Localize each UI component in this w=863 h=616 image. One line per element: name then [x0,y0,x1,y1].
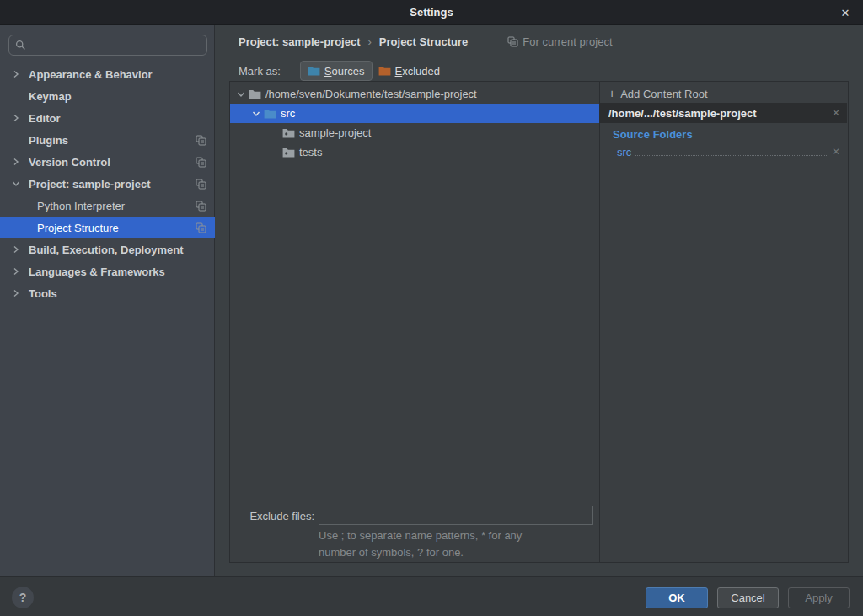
sidebar-item-appearance[interactable]: Appearance & Behavior [0,63,215,85]
current-project-icon [196,201,206,212]
sidebar-item-version-control[interactable]: Version Control [0,151,215,173]
chevron-right-icon [12,267,20,276]
scope-indicator: For current project [507,35,612,48]
current-project-icon [196,222,206,233]
plus-icon: + [608,87,615,100]
current-project-icon [196,179,206,190]
remove-source-folder-icon[interactable]: ✕ [832,146,840,158]
breadcrumb-separator: › [368,35,372,48]
titlebar: Settings ✕ [0,0,863,25]
mark-as-label: Mark as: [239,65,281,78]
remove-content-root-icon[interactable]: ✕ [832,107,840,119]
apply-button[interactable]: Apply [788,587,850,608]
current-project-icon [507,36,518,47]
chevron-down-icon[interactable] [237,90,245,99]
excluded-folder-icon [378,66,391,76]
search-icon [15,40,26,51]
chevron-down-icon [12,179,20,188]
folder-icon [282,128,295,138]
add-content-root-button[interactable]: + Add Content Root [600,84,847,103]
content-root-entry[interactable]: /home/.../test/sample-project ✕ [600,103,847,123]
chevron-right-icon [12,289,20,297]
dotted-leader [635,155,828,156]
help-button[interactable]: ? [12,587,34,608]
source-folder-name: src [617,146,631,158]
directory-tree-panel: /home/sven/Dokumente/test/sample-project… [229,81,600,563]
sidebar-item-project-structure[interactable]: Project Structure [0,217,215,238]
search-input[interactable] [8,35,207,56]
tree-row-tests[interactable]: tests [230,142,599,162]
close-icon[interactable]: ✕ [834,0,856,25]
chevron-right-icon [12,245,20,254]
sidebar-item-keymap[interactable]: Keymap [0,85,215,107]
sidebar-item-languages-frameworks[interactable]: Languages & Frameworks [0,260,215,282]
source-folder-icon [264,109,276,119]
current-project-icon [196,157,206,168]
exclude-files-label: Exclude files: [230,510,314,522]
tree-row-src[interactable]: src [230,104,599,123]
sidebar-item-build-execution[interactable]: Build, Execution, Deployment [0,238,215,260]
folder-icon [282,147,295,158]
current-project-icon [196,135,206,146]
chevron-right-icon [12,158,20,166]
sources-folder-icon [308,66,320,76]
sidebar-item-python-interpreter[interactable]: Python Interpreter [0,195,215,217]
source-folder-entry[interactable]: src ✕ [600,142,847,161]
sidebar-item-editor[interactable]: Editor [0,107,215,129]
exclude-hint-line1: Use ; to separate name patterns, * for a… [319,529,522,542]
settings-nav: Appearance & Behavior Keymap Editor Plug… [0,63,215,304]
breadcrumb: Project: sample-project › Project Struct… [239,32,613,51]
ok-button[interactable]: OK [646,587,708,608]
window-title: Settings [410,6,453,19]
page-title: Project Structure [379,35,468,48]
chevron-right-icon [12,114,20,122]
exclude-files-input[interactable] [319,506,593,525]
tree-row-root[interactable]: /home/sven/Dokumente/test/sample-project [230,84,599,104]
cancel-button[interactable]: Cancel [717,587,779,608]
breadcrumb-project: Project: sample-project [239,35,361,48]
source-folders-heading: Source Folders [613,128,693,141]
mark-sources-button[interactable]: Sources [300,61,373,81]
folder-icon [249,89,261,99]
chevron-down-icon[interactable] [252,110,260,118]
sidebar-item-project[interactable]: Project: sample-project [0,173,215,195]
content-roots-panel: + Add Content Root /home/.../test/sample… [600,81,849,563]
mark-excluded-button[interactable]: Excluded [374,61,444,81]
chevron-right-icon [12,70,20,78]
settings-sidebar: Appearance & Behavior Keymap Editor Plug… [0,25,215,576]
content-root-path: /home/.../test/sample-project [608,107,757,120]
sidebar-item-plugins[interactable]: Plugins [0,129,215,151]
exclude-hint-line2: number of symbols, ? for one. [319,546,464,559]
dialog-footer: ? OK Cancel Apply [0,576,863,616]
tree-row-sample-project[interactable]: sample-project [230,123,599,142]
sidebar-item-tools[interactable]: Tools [0,282,215,304]
mark-as-toolbar: Mark as: Sources Excluded [239,61,444,81]
